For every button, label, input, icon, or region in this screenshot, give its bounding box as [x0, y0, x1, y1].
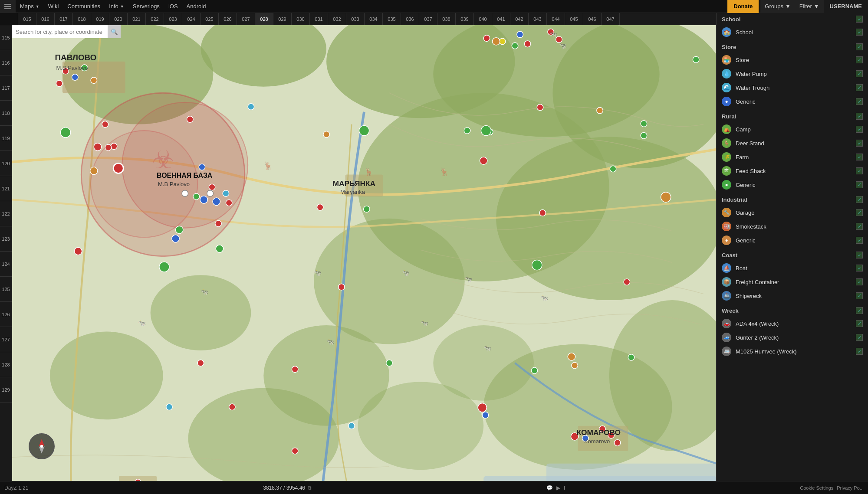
svg-text:🦌: 🦌: [263, 161, 273, 170]
section-store-checkbox[interactable]: [856, 43, 863, 50]
section-school-checkbox[interactable]: [856, 16, 863, 23]
section-wreck-checkbox[interactable]: [856, 307, 863, 314]
freight-container-checkbox[interactable]: [856, 278, 863, 285]
svg-point-79: [614, 440, 620, 446]
coord-016: 016: [36, 13, 55, 25]
youtube-icon[interactable]: ▶: [556, 485, 560, 491]
map-view[interactable]: ☣: [12, 25, 716, 481]
search-button[interactable]: 🔍: [108, 25, 121, 38]
farm-checkbox[interactable]: [856, 154, 863, 160]
nav-info[interactable]: Info▼: [105, 0, 128, 13]
section-industrial[interactable]: Industrial: [717, 193, 868, 206]
svg-text:ВОЕННАЯ БАЗА: ВОЕННАЯ БАЗА: [157, 172, 213, 179]
nav-wiki[interactable]: Wiki: [44, 0, 63, 13]
item-watertrough[interactable]: 🌊 Water Trough: [717, 81, 868, 95]
waterpump-checkbox[interactable]: [856, 70, 863, 77]
cookie-settings[interactable]: Cookie Settings: [800, 485, 833, 491]
humvee-wreck-checkbox[interactable]: [856, 348, 863, 355]
nav-communities[interactable]: Communities: [63, 0, 105, 13]
gunter-icon: 🚙: [722, 333, 731, 342]
row-118: 118: [0, 101, 12, 126]
school-checkbox[interactable]: [856, 29, 863, 36]
deerstand-checkbox[interactable]: [856, 140, 863, 147]
svg-point-34: [187, 116, 193, 122]
coord-020: 020: [109, 13, 128, 25]
item-generic-rural[interactable]: ● Generic: [717, 178, 868, 192]
item-camp[interactable]: ⛺ Camp: [717, 122, 868, 136]
ada-wreck-checkbox[interactable]: [856, 320, 863, 327]
svg-rect-0: [4, 4, 11, 5]
svg-point-35: [199, 164, 205, 170]
copy-coords-button[interactable]: ⧉: [308, 485, 312, 491]
item-generic-city[interactable]: ● Generic: [717, 95, 868, 108]
item-ada-wreck[interactable]: 🚗 ADA 4x4 (Wreck): [717, 317, 868, 330]
feedshack-checkbox[interactable]: [856, 167, 863, 174]
item-store[interactable]: 🏪 Store: [717, 53, 868, 67]
generic-industrial-icon: ●: [722, 236, 731, 245]
nav-serverlogs[interactable]: Serverlogs: [128, 0, 164, 13]
search-input[interactable]: [12, 25, 108, 38]
smokestack-checkbox[interactable]: [856, 223, 863, 230]
svg-point-12: [151, 275, 251, 350]
section-wreck[interactable]: Wreck: [717, 304, 868, 317]
item-humvee-wreck[interactable]: 🚐 M1025 Humvee (Wreck): [717, 344, 868, 358]
coordinates-text: 3818.37 / 3954.46: [263, 485, 305, 491]
svg-point-63: [492, 38, 500, 45]
section-school[interactable]: School: [717, 13, 868, 25]
svg-text:Komarovo: Komarovo: [584, 438, 610, 445]
coord-046: 046: [583, 13, 602, 25]
filter-button[interactable]: Filter▼: [795, 0, 824, 13]
smokestack-icon: 🏭: [722, 222, 731, 231]
shipwreck-checkbox[interactable]: [856, 292, 863, 299]
discord-icon[interactable]: 💬: [546, 485, 553, 491]
garage-checkbox[interactable]: [856, 209, 863, 216]
section-rural[interactable]: Rural: [717, 110, 868, 122]
item-feedshack[interactable]: 🏚 Feed Shack: [717, 164, 868, 178]
generic-rural-checkbox[interactable]: [856, 181, 863, 188]
watertrough-icon: 🌊: [722, 83, 731, 92]
svg-point-98: [200, 196, 207, 203]
boat-label: Boat: [736, 265, 852, 272]
item-gunter-wreck[interactable]: 🚙 Gunter 2 (Wreck): [717, 330, 868, 344]
groups-button[interactable]: Groups▼: [760, 0, 795, 13]
item-generic-industrial[interactable]: ● Generic: [717, 233, 868, 247]
nav-android[interactable]: Android: [182, 0, 210, 13]
generic-city-checkbox[interactable]: [856, 98, 863, 105]
gunter-wreck-checkbox[interactable]: [856, 334, 863, 341]
deerstand-label: Deer Stand: [736, 140, 852, 147]
facebook-icon[interactable]: f: [564, 485, 565, 491]
privacy-policy[interactable]: Privacy Po...: [837, 485, 864, 491]
svg-text:🐄: 🐄: [540, 294, 549, 302]
section-store[interactable]: Store: [717, 41, 868, 53]
item-smokestack[interactable]: 🏭 Smokestack: [717, 219, 868, 233]
item-farm[interactable]: 🌾 Farm: [717, 150, 868, 164]
nav-maps[interactable]: Maps▼: [16, 0, 44, 13]
coord-033: 033: [346, 13, 365, 25]
item-deerstand[interactable]: 🦌 Deer Stand: [717, 136, 868, 150]
ada-wreck-label: ADA 4x4 (Wreck): [736, 321, 852, 327]
svg-point-69: [216, 245, 223, 252]
row-117: 117: [0, 75, 12, 101]
boat-checkbox[interactable]: [856, 265, 863, 272]
item-school[interactable]: 🏫 School: [717, 25, 868, 39]
garage-label: Garage: [736, 209, 852, 216]
section-industrial-checkbox[interactable]: [856, 196, 863, 203]
item-garage[interactable]: 🔧 Garage: [717, 206, 868, 219]
donate-button[interactable]: Donate: [727, 0, 759, 13]
section-rural-checkbox[interactable]: [856, 113, 863, 120]
nav-ios[interactable]: iOS: [164, 0, 182, 13]
coord-042: 042: [510, 13, 529, 25]
generic-industrial-checkbox[interactable]: [856, 237, 863, 244]
item-freight-container[interactable]: 📦 Freight Container: [717, 275, 868, 289]
svg-point-54: [597, 108, 603, 114]
item-boat[interactable]: ⛵ Boat: [717, 261, 868, 275]
item-shipwreck[interactable]: 🚢 Shipwreck: [717, 289, 868, 303]
watertrough-checkbox[interactable]: [856, 84, 863, 91]
section-coast[interactable]: Coast: [717, 249, 868, 261]
coord-025: 025: [201, 13, 219, 25]
item-waterpump[interactable]: 💧 Water Pump: [717, 67, 868, 81]
section-coast-checkbox[interactable]: [856, 252, 863, 258]
store-checkbox[interactable]: [856, 56, 863, 63]
camp-checkbox[interactable]: [856, 126, 863, 133]
farm-label: Farm: [736, 154, 852, 160]
